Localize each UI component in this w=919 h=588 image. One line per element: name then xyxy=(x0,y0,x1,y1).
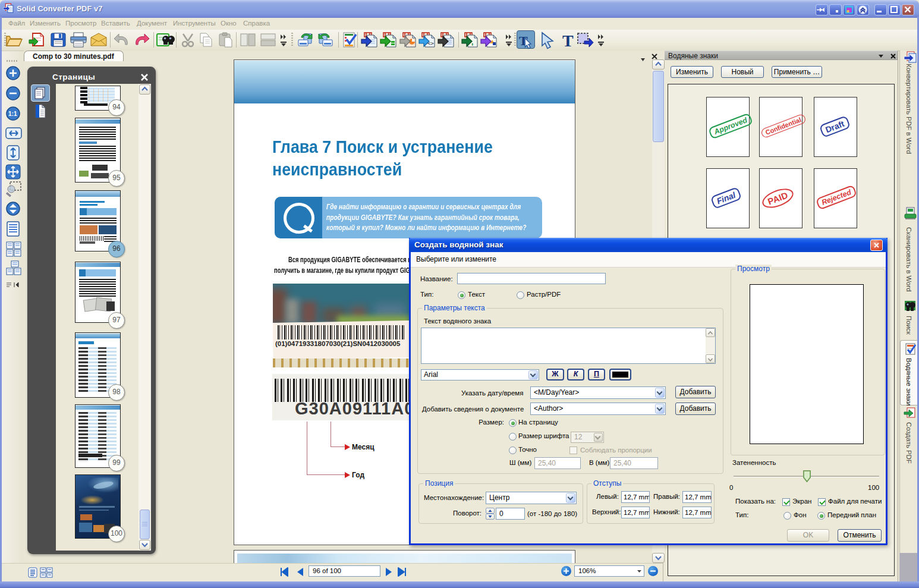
svg-text:T: T xyxy=(562,32,574,49)
svg-text:1:1: 1:1 xyxy=(8,111,17,117)
svg-text:,: , xyxy=(471,38,473,46)
